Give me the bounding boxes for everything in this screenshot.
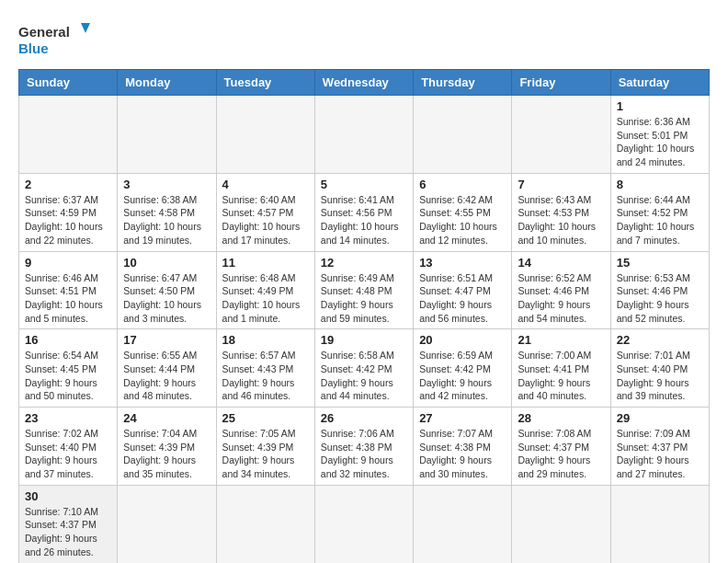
svg-text:Blue: Blue (18, 40, 49, 56)
calendar-cell: 18Sunrise: 6:57 AM Sunset: 4:43 PM Dayli… (216, 329, 314, 408)
day-number: 12 (321, 256, 407, 270)
day-number: 9 (25, 256, 111, 270)
calendar-week-row: 30Sunrise: 7:10 AM Sunset: 4:37 PM Dayli… (19, 485, 710, 563)
calendar-cell: 11Sunrise: 6:48 AM Sunset: 4:49 PM Dayli… (216, 251, 314, 329)
calendar-cell: 28Sunrise: 7:08 AM Sunset: 4:37 PM Dayli… (512, 408, 610, 486)
day-number: 22 (617, 333, 703, 347)
day-info: Sunrise: 7:08 AM Sunset: 4:37 PM Dayligh… (518, 427, 604, 481)
day-number: 3 (123, 178, 210, 191)
calendar-cell: 27Sunrise: 7:07 AM Sunset: 4:38 PM Dayli… (414, 408, 512, 486)
day-info: Sunrise: 6:43 AM Sunset: 4:53 PM Dayligh… (518, 193, 604, 247)
calendar-cell: 2Sunrise: 6:37 AM Sunset: 4:59 PM Daylig… (19, 173, 118, 251)
day-number: 7 (518, 178, 604, 191)
day-info: Sunrise: 6:40 AM Sunset: 4:57 PM Dayligh… (222, 193, 309, 247)
calendar-cell: 30Sunrise: 7:10 AM Sunset: 4:37 PM Dayli… (19, 485, 118, 563)
day-info: Sunrise: 6:36 AM Sunset: 5:01 PM Dayligh… (617, 115, 703, 169)
day-info: Sunrise: 6:46 AM Sunset: 4:51 PM Dayligh… (25, 271, 111, 326)
day-info: Sunrise: 6:42 AM Sunset: 4:55 PM Dayligh… (419, 193, 506, 247)
day-info: Sunrise: 6:58 AM Sunset: 4:42 PM Dayligh… (321, 349, 407, 403)
calendar-cell: 17Sunrise: 6:55 AM Sunset: 4:44 PM Dayli… (118, 329, 216, 408)
day-info: Sunrise: 7:02 AM Sunset: 4:40 PM Dayligh… (25, 427, 111, 481)
calendar-cell (512, 485, 610, 563)
day-number: 15 (617, 256, 703, 270)
day-number: 6 (419, 178, 506, 191)
logo: General Blue (18, 18, 92, 60)
day-info: Sunrise: 6:49 AM Sunset: 4:48 PM Dayligh… (321, 271, 407, 326)
calendar-header-monday: Monday (118, 70, 216, 96)
day-info: Sunrise: 6:44 AM Sunset: 4:52 PM Dayligh… (617, 193, 703, 247)
day-info: Sunrise: 7:05 AM Sunset: 4:39 PM Dayligh… (222, 427, 309, 481)
calendar-table: SundayMondayTuesdayWednesdayThursdayFrid… (18, 69, 710, 563)
day-info: Sunrise: 6:54 AM Sunset: 4:45 PM Dayligh… (25, 349, 111, 403)
day-number: 26 (321, 411, 407, 425)
calendar-cell: 12Sunrise: 6:49 AM Sunset: 4:48 PM Dayli… (314, 251, 413, 329)
calendar-cell: 4Sunrise: 6:40 AM Sunset: 4:57 PM Daylig… (216, 173, 314, 251)
calendar-week-row: 1Sunrise: 6:36 AM Sunset: 5:01 PM Daylig… (19, 96, 710, 174)
calendar-cell: 15Sunrise: 6:53 AM Sunset: 4:46 PM Dayli… (610, 251, 709, 329)
day-number: 10 (123, 256, 210, 270)
calendar-header-sunday: Sunday (19, 70, 118, 96)
calendar-cell (216, 96, 314, 174)
day-number: 20 (419, 333, 506, 347)
day-number: 28 (518, 411, 604, 425)
calendar-cell: 29Sunrise: 7:09 AM Sunset: 4:37 PM Dayli… (610, 408, 709, 486)
calendar-header-friday: Friday (512, 70, 610, 96)
day-info: Sunrise: 7:01 AM Sunset: 4:40 PM Dayligh… (617, 349, 703, 403)
day-info: Sunrise: 7:10 AM Sunset: 4:37 PM Dayligh… (25, 505, 111, 559)
calendar-cell (216, 485, 314, 563)
day-number: 2 (25, 178, 111, 191)
calendar-cell: 1Sunrise: 6:36 AM Sunset: 5:01 PM Daylig… (610, 96, 709, 174)
calendar-cell (414, 485, 512, 563)
calendar-cell: 26Sunrise: 7:06 AM Sunset: 4:38 PM Dayli… (314, 408, 413, 486)
day-info: Sunrise: 7:09 AM Sunset: 4:37 PM Dayligh… (617, 427, 703, 481)
calendar-cell (118, 96, 216, 174)
day-info: Sunrise: 7:06 AM Sunset: 4:38 PM Dayligh… (321, 427, 407, 481)
calendar-cell: 8Sunrise: 6:44 AM Sunset: 4:52 PM Daylig… (610, 173, 709, 251)
calendar-cell: 3Sunrise: 6:38 AM Sunset: 4:58 PM Daylig… (118, 173, 216, 251)
day-number: 16 (25, 333, 111, 347)
calendar-header-saturday: Saturday (610, 70, 709, 96)
day-info: Sunrise: 6:51 AM Sunset: 4:47 PM Dayligh… (419, 271, 506, 326)
calendar-cell: 7Sunrise: 6:43 AM Sunset: 4:53 PM Daylig… (512, 173, 610, 251)
svg-marker-2 (81, 23, 90, 33)
day-number: 30 (25, 489, 111, 503)
day-info: Sunrise: 6:57 AM Sunset: 4:43 PM Dayligh… (222, 349, 309, 403)
calendar-cell: 13Sunrise: 6:51 AM Sunset: 4:47 PM Dayli… (414, 251, 512, 329)
day-number: 27 (419, 411, 506, 425)
calendar-cell: 9Sunrise: 6:46 AM Sunset: 4:51 PM Daylig… (19, 251, 118, 329)
calendar-cell: 23Sunrise: 7:02 AM Sunset: 4:40 PM Dayli… (19, 408, 118, 486)
calendar-cell: 21Sunrise: 7:00 AM Sunset: 4:41 PM Dayli… (512, 329, 610, 408)
day-number: 29 (617, 411, 703, 425)
calendar-cell: 22Sunrise: 7:01 AM Sunset: 4:40 PM Dayli… (610, 329, 709, 408)
svg-text:General: General (18, 24, 70, 40)
calendar-cell (118, 485, 216, 563)
day-number: 8 (617, 178, 703, 191)
calendar-cell: 5Sunrise: 6:41 AM Sunset: 4:56 PM Daylig… (314, 173, 413, 251)
day-number: 13 (419, 256, 506, 270)
day-number: 17 (123, 333, 210, 347)
day-number: 21 (518, 333, 604, 347)
day-info: Sunrise: 6:38 AM Sunset: 4:58 PM Dayligh… (123, 193, 210, 247)
calendar-cell (314, 96, 413, 174)
calendar-header-thursday: Thursday (414, 70, 512, 96)
logo-svg: General Blue (18, 18, 92, 60)
day-info: Sunrise: 6:48 AM Sunset: 4:49 PM Dayligh… (222, 271, 309, 326)
day-info: Sunrise: 7:00 AM Sunset: 4:41 PM Dayligh… (518, 349, 604, 403)
calendar-cell: 10Sunrise: 6:47 AM Sunset: 4:50 PM Dayli… (118, 251, 216, 329)
day-info: Sunrise: 6:41 AM Sunset: 4:56 PM Dayligh… (321, 193, 407, 247)
calendar-cell (414, 96, 512, 174)
day-number: 14 (518, 256, 604, 270)
calendar-cell: 19Sunrise: 6:58 AM Sunset: 4:42 PM Dayli… (314, 329, 413, 408)
day-number: 19 (321, 333, 407, 347)
calendar-header-wednesday: Wednesday (314, 70, 413, 96)
calendar-cell: 6Sunrise: 6:42 AM Sunset: 4:55 PM Daylig… (414, 173, 512, 251)
day-info: Sunrise: 7:04 AM Sunset: 4:39 PM Dayligh… (123, 427, 210, 481)
day-number: 11 (222, 256, 309, 270)
day-number: 24 (123, 411, 210, 425)
page-header: General Blue (18, 18, 710, 60)
day-number: 23 (25, 411, 111, 425)
calendar-cell: 25Sunrise: 7:05 AM Sunset: 4:39 PM Dayli… (216, 408, 314, 486)
calendar-cell (512, 96, 610, 174)
day-info: Sunrise: 6:47 AM Sunset: 4:50 PM Dayligh… (123, 271, 210, 326)
calendar-week-row: 16Sunrise: 6:54 AM Sunset: 4:45 PM Dayli… (19, 329, 710, 408)
